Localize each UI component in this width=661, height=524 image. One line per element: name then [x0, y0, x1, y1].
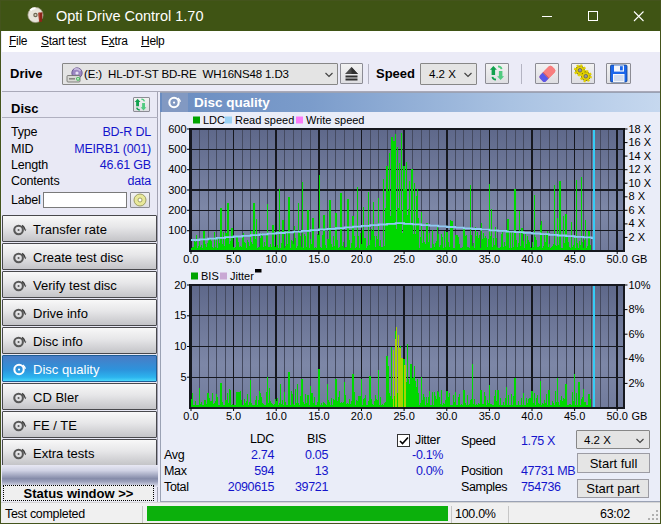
svg-text:12 X: 12 X	[629, 163, 652, 175]
svg-text:300: 300	[168, 184, 186, 196]
svg-text:Write speed: Write speed	[306, 114, 365, 126]
svg-text:GB: GB	[632, 253, 648, 265]
svg-text:600: 600	[168, 123, 186, 135]
svg-text:BIS: BIS	[201, 270, 219, 282]
svg-text:2 X: 2 X	[629, 231, 646, 243]
svg-text:8 X: 8 X	[629, 190, 646, 202]
svg-text:40.0: 40.0	[521, 410, 542, 422]
svg-text:200: 200	[168, 204, 186, 216]
svg-text:8%: 8%	[629, 303, 645, 315]
svg-text:15: 15	[174, 309, 186, 321]
svg-text:4 X: 4 X	[629, 217, 646, 229]
svg-text:16 X: 16 X	[629, 136, 652, 148]
svg-text:20: 20	[174, 279, 186, 291]
svg-text:5: 5	[180, 371, 186, 383]
svg-text:30.0: 30.0	[436, 253, 457, 265]
svg-text:20.0: 20.0	[351, 410, 372, 422]
svg-text:45.0: 45.0	[564, 410, 585, 422]
svg-text:0.0: 0.0	[183, 253, 198, 265]
svg-text:10%: 10%	[629, 279, 651, 291]
svg-text:0.0: 0.0	[183, 410, 198, 422]
svg-text:14 X: 14 X	[629, 150, 652, 162]
svg-text:25.0: 25.0	[393, 410, 414, 422]
svg-text:35.0: 35.0	[479, 410, 500, 422]
svg-text:500: 500	[168, 143, 186, 155]
svg-text:15.0: 15.0	[308, 410, 329, 422]
svg-text:5.0: 5.0	[226, 253, 241, 265]
svg-text:2%: 2%	[629, 377, 645, 389]
svg-text:6 X: 6 X	[629, 204, 646, 216]
svg-text:45.0: 45.0	[564, 253, 585, 265]
svg-text:18 X: 18 X	[629, 123, 652, 135]
svg-text:400: 400	[168, 163, 186, 175]
svg-text:20.0: 20.0	[351, 253, 372, 265]
svg-text:Jitter: Jitter	[230, 270, 254, 282]
svg-text:Read speed: Read speed	[235, 114, 294, 126]
svg-text:10.0: 10.0	[265, 253, 286, 265]
svg-text:30.0: 30.0	[436, 410, 457, 422]
svg-text:50.0: 50.0	[606, 253, 627, 265]
svg-text:LDC: LDC	[203, 114, 225, 126]
svg-text:25.0: 25.0	[393, 253, 414, 265]
svg-text:100: 100	[168, 224, 186, 236]
svg-text:10 X: 10 X	[629, 177, 652, 189]
svg-text:15.0: 15.0	[308, 253, 329, 265]
svg-text:6%: 6%	[629, 328, 645, 340]
svg-text:5.0: 5.0	[226, 410, 241, 422]
svg-text:50.0: 50.0	[606, 410, 627, 422]
svg-text:10.0: 10.0	[265, 410, 286, 422]
svg-text:35.0: 35.0	[479, 253, 500, 265]
svg-text:10: 10	[174, 340, 186, 352]
svg-text:4%: 4%	[629, 352, 645, 364]
svg-text:GB: GB	[632, 410, 648, 422]
svg-text:40.0: 40.0	[521, 253, 542, 265]
